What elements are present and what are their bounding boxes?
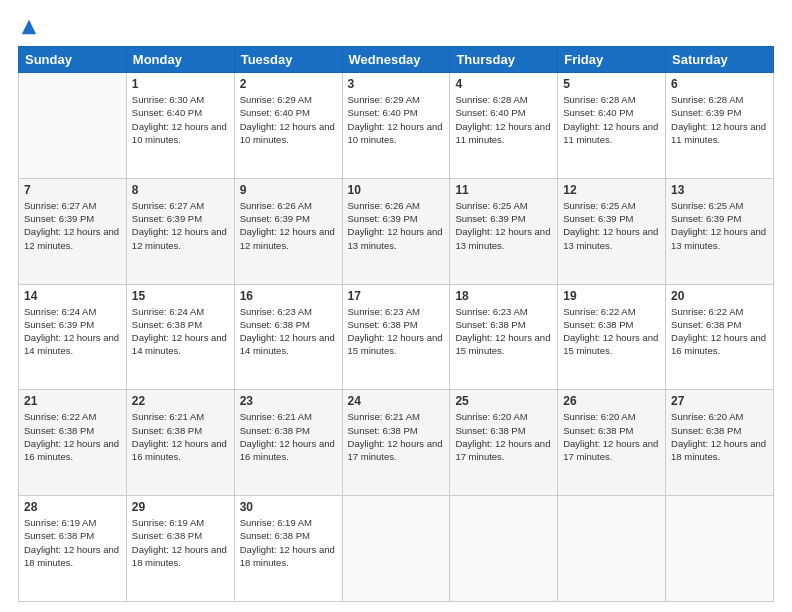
calendar-week-row: 1Sunrise: 6:30 AMSunset: 6:40 PMDaylight… — [19, 73, 774, 179]
day-number: 27 — [671, 394, 768, 408]
calendar-cell: 28Sunrise: 6:19 AMSunset: 6:38 PMDayligh… — [19, 496, 127, 602]
calendar-header-tuesday: Tuesday — [234, 47, 342, 73]
calendar-cell: 20Sunrise: 6:22 AMSunset: 6:38 PMDayligh… — [666, 284, 774, 390]
day-number: 2 — [240, 77, 337, 91]
day-info: Sunrise: 6:24 AMSunset: 6:39 PMDaylight:… — [24, 305, 121, 358]
logo — [18, 18, 38, 36]
calendar-cell: 1Sunrise: 6:30 AMSunset: 6:40 PMDaylight… — [126, 73, 234, 179]
day-number: 29 — [132, 500, 229, 514]
day-number: 11 — [455, 183, 552, 197]
day-number: 15 — [132, 289, 229, 303]
day-info: Sunrise: 6:27 AMSunset: 6:39 PMDaylight:… — [24, 199, 121, 252]
day-info: Sunrise: 6:28 AMSunset: 6:39 PMDaylight:… — [671, 93, 768, 146]
day-number: 19 — [563, 289, 660, 303]
day-info: Sunrise: 6:21 AMSunset: 6:38 PMDaylight:… — [348, 410, 445, 463]
calendar-cell: 15Sunrise: 6:24 AMSunset: 6:38 PMDayligh… — [126, 284, 234, 390]
day-info: Sunrise: 6:25 AMSunset: 6:39 PMDaylight:… — [455, 199, 552, 252]
calendar-cell — [666, 496, 774, 602]
day-number: 17 — [348, 289, 445, 303]
calendar-cell: 5Sunrise: 6:28 AMSunset: 6:40 PMDaylight… — [558, 73, 666, 179]
day-info: Sunrise: 6:19 AMSunset: 6:38 PMDaylight:… — [24, 516, 121, 569]
day-info: Sunrise: 6:20 AMSunset: 6:38 PMDaylight:… — [455, 410, 552, 463]
day-info: Sunrise: 6:21 AMSunset: 6:38 PMDaylight:… — [132, 410, 229, 463]
calendar-cell — [342, 496, 450, 602]
calendar-cell: 25Sunrise: 6:20 AMSunset: 6:38 PMDayligh… — [450, 390, 558, 496]
day-info: Sunrise: 6:26 AMSunset: 6:39 PMDaylight:… — [240, 199, 337, 252]
calendar-cell: 6Sunrise: 6:28 AMSunset: 6:39 PMDaylight… — [666, 73, 774, 179]
page: SundayMondayTuesdayWednesdayThursdayFrid… — [0, 0, 792, 612]
calendar-cell: 26Sunrise: 6:20 AMSunset: 6:38 PMDayligh… — [558, 390, 666, 496]
calendar-header-friday: Friday — [558, 47, 666, 73]
day-number: 10 — [348, 183, 445, 197]
calendar-week-row: 14Sunrise: 6:24 AMSunset: 6:39 PMDayligh… — [19, 284, 774, 390]
calendar-cell: 13Sunrise: 6:25 AMSunset: 6:39 PMDayligh… — [666, 178, 774, 284]
day-number: 18 — [455, 289, 552, 303]
day-info: Sunrise: 6:29 AMSunset: 6:40 PMDaylight:… — [348, 93, 445, 146]
day-number: 9 — [240, 183, 337, 197]
day-info: Sunrise: 6:19 AMSunset: 6:38 PMDaylight:… — [132, 516, 229, 569]
day-info: Sunrise: 6:21 AMSunset: 6:38 PMDaylight:… — [240, 410, 337, 463]
day-number: 20 — [671, 289, 768, 303]
day-number: 4 — [455, 77, 552, 91]
calendar-cell: 11Sunrise: 6:25 AMSunset: 6:39 PMDayligh… — [450, 178, 558, 284]
calendar-cell: 8Sunrise: 6:27 AMSunset: 6:39 PMDaylight… — [126, 178, 234, 284]
day-info: Sunrise: 6:28 AMSunset: 6:40 PMDaylight:… — [563, 93, 660, 146]
calendar-table: SundayMondayTuesdayWednesdayThursdayFrid… — [18, 46, 774, 602]
calendar-cell: 27Sunrise: 6:20 AMSunset: 6:38 PMDayligh… — [666, 390, 774, 496]
day-number: 3 — [348, 77, 445, 91]
calendar-cell: 3Sunrise: 6:29 AMSunset: 6:40 PMDaylight… — [342, 73, 450, 179]
calendar-cell: 10Sunrise: 6:26 AMSunset: 6:39 PMDayligh… — [342, 178, 450, 284]
calendar-cell: 14Sunrise: 6:24 AMSunset: 6:39 PMDayligh… — [19, 284, 127, 390]
calendar-cell: 30Sunrise: 6:19 AMSunset: 6:38 PMDayligh… — [234, 496, 342, 602]
calendar-cell — [450, 496, 558, 602]
calendar-cell: 17Sunrise: 6:23 AMSunset: 6:38 PMDayligh… — [342, 284, 450, 390]
calendar-cell — [558, 496, 666, 602]
calendar-header-saturday: Saturday — [666, 47, 774, 73]
day-number: 25 — [455, 394, 552, 408]
day-number: 23 — [240, 394, 337, 408]
day-info: Sunrise: 6:23 AMSunset: 6:38 PMDaylight:… — [348, 305, 445, 358]
day-number: 14 — [24, 289, 121, 303]
calendar-cell: 9Sunrise: 6:26 AMSunset: 6:39 PMDaylight… — [234, 178, 342, 284]
day-number: 16 — [240, 289, 337, 303]
day-info: Sunrise: 6:19 AMSunset: 6:38 PMDaylight:… — [240, 516, 337, 569]
day-number: 24 — [348, 394, 445, 408]
calendar-header-row: SundayMondayTuesdayWednesdayThursdayFrid… — [19, 47, 774, 73]
day-info: Sunrise: 6:22 AMSunset: 6:38 PMDaylight:… — [671, 305, 768, 358]
calendar-cell: 19Sunrise: 6:22 AMSunset: 6:38 PMDayligh… — [558, 284, 666, 390]
calendar-cell: 23Sunrise: 6:21 AMSunset: 6:38 PMDayligh… — [234, 390, 342, 496]
calendar-header-thursday: Thursday — [450, 47, 558, 73]
calendar-cell: 29Sunrise: 6:19 AMSunset: 6:38 PMDayligh… — [126, 496, 234, 602]
day-info: Sunrise: 6:20 AMSunset: 6:38 PMDaylight:… — [671, 410, 768, 463]
calendar-cell: 16Sunrise: 6:23 AMSunset: 6:38 PMDayligh… — [234, 284, 342, 390]
calendar-cell: 21Sunrise: 6:22 AMSunset: 6:38 PMDayligh… — [19, 390, 127, 496]
day-number: 21 — [24, 394, 121, 408]
calendar-header-sunday: Sunday — [19, 47, 127, 73]
calendar-header-wednesday: Wednesday — [342, 47, 450, 73]
day-info: Sunrise: 6:27 AMSunset: 6:39 PMDaylight:… — [132, 199, 229, 252]
day-info: Sunrise: 6:30 AMSunset: 6:40 PMDaylight:… — [132, 93, 229, 146]
day-number: 22 — [132, 394, 229, 408]
calendar-week-row: 7Sunrise: 6:27 AMSunset: 6:39 PMDaylight… — [19, 178, 774, 284]
day-number: 26 — [563, 394, 660, 408]
day-info: Sunrise: 6:23 AMSunset: 6:38 PMDaylight:… — [455, 305, 552, 358]
calendar-week-row: 21Sunrise: 6:22 AMSunset: 6:38 PMDayligh… — [19, 390, 774, 496]
calendar-header-monday: Monday — [126, 47, 234, 73]
day-info: Sunrise: 6:24 AMSunset: 6:38 PMDaylight:… — [132, 305, 229, 358]
day-info: Sunrise: 6:20 AMSunset: 6:38 PMDaylight:… — [563, 410, 660, 463]
day-number: 6 — [671, 77, 768, 91]
day-info: Sunrise: 6:29 AMSunset: 6:40 PMDaylight:… — [240, 93, 337, 146]
calendar-cell: 22Sunrise: 6:21 AMSunset: 6:38 PMDayligh… — [126, 390, 234, 496]
day-info: Sunrise: 6:25 AMSunset: 6:39 PMDaylight:… — [563, 199, 660, 252]
day-number: 1 — [132, 77, 229, 91]
logo-icon — [20, 18, 38, 36]
header — [18, 18, 774, 36]
day-info: Sunrise: 6:23 AMSunset: 6:38 PMDaylight:… — [240, 305, 337, 358]
day-info: Sunrise: 6:22 AMSunset: 6:38 PMDaylight:… — [563, 305, 660, 358]
day-info: Sunrise: 6:25 AMSunset: 6:39 PMDaylight:… — [671, 199, 768, 252]
day-number: 5 — [563, 77, 660, 91]
calendar-week-row: 28Sunrise: 6:19 AMSunset: 6:38 PMDayligh… — [19, 496, 774, 602]
calendar-cell — [19, 73, 127, 179]
day-info: Sunrise: 6:22 AMSunset: 6:38 PMDaylight:… — [24, 410, 121, 463]
calendar-cell: 24Sunrise: 6:21 AMSunset: 6:38 PMDayligh… — [342, 390, 450, 496]
